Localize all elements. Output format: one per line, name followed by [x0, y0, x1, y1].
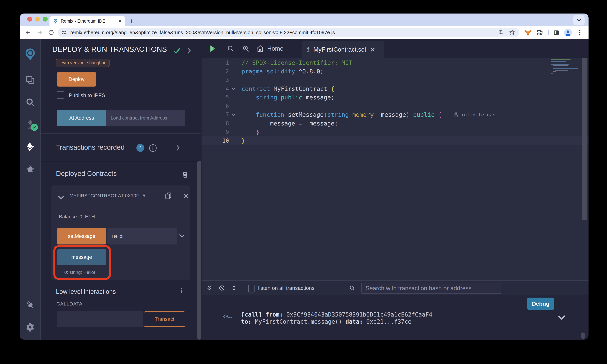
back-icon[interactable] [24, 28, 32, 37]
transactions-chevron-icon[interactable] [176, 145, 180, 151]
deploy-button[interactable]: Deploy [57, 72, 96, 87]
minimap[interactable] [551, 59, 581, 74]
section-divider [41, 161, 201, 162]
clear-console-icon[interactable] [218, 284, 226, 292]
browser-tab-strip: Remix - Ethereum IDE + [20, 13, 589, 26]
panel-title: DEPLOY & RUN TRANSACTIONS [52, 45, 167, 53]
solidity-compiler-icon[interactable] [20, 117, 40, 132]
terminal-search-input[interactable] [361, 283, 501, 294]
low-level-divider [57, 283, 190, 283]
url-text[interactable]: remix.ethereum.org/#lang=en&optimize=fal… [70, 30, 498, 35]
transact-button[interactable]: Transact [144, 311, 185, 327]
publish-ipfs-checkbox[interactable] [57, 91, 64, 99]
browser-window: Remix - Ethereum IDE + remix.ethereum.or… [20, 13, 589, 340]
code-line: 4contract MyFirstContract { [202, 84, 589, 93]
low-level-title: Low level interactions [56, 288, 116, 295]
contract-title[interactable]: MYFIRSTCONTRACT AT 0X10F...5 [69, 193, 157, 198]
file-explorer-icon[interactable] [20, 73, 40, 87]
debugger-icon[interactable] [20, 161, 40, 176]
set-message-button[interactable]: setMessage [57, 228, 106, 245]
editor-scrollbar[interactable] [582, 58, 587, 220]
remix-logo[interactable] [20, 47, 40, 62]
remix-favicon [53, 18, 58, 24]
tab-home[interactable]: Home [256, 39, 284, 58]
publish-ipfs-label: Publish to IPFS [69, 92, 105, 98]
at-address-input[interactable] [106, 110, 185, 126]
transactions-count-badge: 2 [136, 144, 144, 152]
log-expand-chevron-icon[interactable] [558, 315, 566, 320]
tab-overview-button[interactable] [573, 15, 585, 26]
at-address-button[interactable]: At Address [57, 110, 106, 126]
contract-collapse-chevron-icon[interactable] [58, 195, 64, 200]
panel-check-icon [173, 47, 181, 55]
toolbar-divider [548, 30, 549, 35]
contract-balance: Balance: 0. ETH [59, 214, 95, 220]
plugin-manager-icon[interactable] [20, 298, 40, 312]
zoom-icon[interactable] [498, 29, 504, 36]
new-tab-button[interactable]: + [127, 17, 136, 26]
terminal-scrollbar[interactable] [581, 333, 585, 339]
set-message-input[interactable] [107, 228, 177, 245]
zoom-in-icon[interactable] [241, 39, 251, 58]
profile-avatar[interactable] [564, 28, 572, 37]
browser-tab[interactable]: Remix - Ethereum IDE [50, 16, 125, 26]
chevron-down-icon [577, 18, 581, 22]
message-button[interactable]: message [57, 249, 106, 265]
code-line: 5 string public message; [202, 93, 589, 102]
panel-scrollbar[interactable] [197, 161, 201, 340]
tab-close-icon[interactable] [118, 19, 122, 23]
terminal-toolbar: 0 listen on all transactions [202, 281, 589, 295]
code-line: 7 function setMessage(string memory _mes… [202, 110, 589, 119]
listen-transactions-label: listen on all transactions [258, 281, 315, 295]
settings-icon[interactable] [20, 320, 40, 335]
expand-args-chevron-icon[interactable] [179, 234, 185, 238]
deploy-run-panel: DEPLOY & RUN TRANSACTIONS evm version: s… [41, 39, 201, 340]
window-zoom-button[interactable] [43, 17, 48, 22]
editor-area: Home MyFirstContract.sol 1// SPDX-Licens… [202, 39, 589, 340]
log-line-2[interactable]: to: MyFirstContract.message() data: 0xe2… [241, 318, 411, 325]
tab-title: Remix - Ethereum IDE [61, 19, 118, 24]
code-line: 1// SPDX-License-Identifier: MIT [202, 58, 589, 67]
file-tab-label: MyFirstContract.sol [313, 46, 366, 53]
metamask-icon[interactable] [524, 28, 532, 37]
code-lines: 1// SPDX-License-Identifier: MIT2pragma … [202, 58, 589, 145]
compile-success-badge [31, 124, 38, 131]
debug-button[interactable]: Debug [527, 298, 554, 310]
calldata-input[interactable] [57, 311, 143, 327]
trash-icon[interactable] [182, 171, 188, 178]
side-panel-icon[interactable] [552, 28, 561, 37]
home-icon [256, 44, 264, 53]
panel-divider [41, 133, 201, 134]
terminal: 0 listen on all transactions CALL [call]… [202, 280, 589, 340]
terminal-log: CALL [call] from: 0x9Cf934043aD350758391… [202, 295, 589, 340]
forward-icon[interactable] [35, 28, 44, 37]
zoom-out-icon[interactable] [226, 39, 236, 58]
info-icon[interactable] [149, 144, 157, 152]
deploy-run-icon[interactable] [20, 139, 40, 154]
evm-version-badge: evm version: shanghai [56, 59, 109, 67]
deployed-contract-card: MYFIRSTCONTRACT AT 0X10F...5 Balance: 0.… [51, 185, 190, 280]
copy-icon[interactable] [165, 192, 172, 200]
log-line-1[interactable]: [call] from: 0x9Cf934043aD350758391b0D01… [241, 311, 432, 318]
menu-dots-icon[interactable] [575, 28, 584, 37]
pending-tx-count: 0 [231, 281, 237, 295]
low-level-info-icon[interactable]: i [181, 287, 183, 294]
window-close-button[interactable] [27, 17, 32, 22]
search-icon[interactable] [20, 95, 40, 110]
code-line: 6 [202, 102, 589, 110]
url-bar[interactable]: remix.ethereum.org/#lang=en&optimize=fal… [58, 28, 519, 37]
reload-icon[interactable] [47, 28, 55, 37]
collapse-terminal-icon[interactable] [206, 284, 213, 292]
listen-transactions-checkbox[interactable] [248, 285, 254, 292]
code-editor[interactable]: 1// SPDX-License-Identifier: MIT2pragma … [202, 58, 589, 280]
contract-close-icon[interactable] [184, 193, 189, 199]
bookmark-star-icon[interactable] [509, 29, 515, 36]
site-settings-icon[interactable] [61, 29, 67, 36]
play-icon[interactable] [209, 39, 217, 58]
file-tab-close-icon[interactable] [370, 47, 375, 52]
tab-myfirstcontract[interactable]: MyFirstContract.sol [302, 41, 384, 58]
panel-expand-chevron-icon[interactable] [187, 48, 192, 54]
window-minimize-button[interactable] [35, 17, 40, 22]
extensions-icon[interactable] [535, 28, 544, 37]
code-line: 3 [202, 76, 589, 84]
